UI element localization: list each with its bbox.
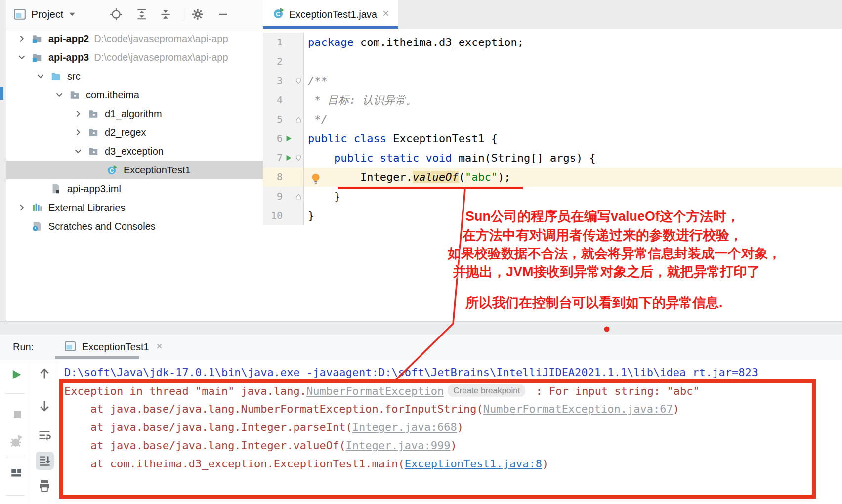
stacktrace-link[interactable]: NumberFormatException.java:67: [483, 403, 673, 415]
code-text[interactable]: */: [304, 110, 842, 129]
code-line-7[interactable]: 7 public static void main(String[] args)…: [263, 148, 842, 168]
line-number: 9: [263, 187, 283, 206]
run-panel: Run: ExceptionTest1 D:\soft\Java\jdk: [0, 335, 842, 504]
tree-row-api-app3-iml[interactable]: api-app3.iml: [6, 179, 263, 198]
tree-row-exceptiontest1[interactable]: CExceptionTest1: [6, 161, 263, 179]
ide-window: Project api-app2D:\code\javasepromax\api…: [0, 0, 842, 504]
gear-icon[interactable]: [191, 8, 204, 21]
chevron-down-icon[interactable]: [71, 146, 85, 157]
gutter: 8: [263, 168, 304, 187]
code-text[interactable]: [304, 52, 842, 71]
fold-marker-up[interactable]: [295, 193, 302, 200]
soft-wrap-button[interactable]: [38, 429, 51, 443]
code-segment: ): [542, 458, 548, 470]
code-text[interactable]: package com.itheima.d3_exception;: [304, 33, 842, 52]
console-line: at com.itheima.d3_exception.ExceptionTes…: [64, 455, 842, 473]
code-text[interactable]: }: [304, 206, 842, 225]
fold-marker-up[interactable]: [295, 116, 302, 123]
code-line-6[interactable]: 6public class ExceptionTest1 {: [263, 129, 842, 148]
run-panel-title: Run:: [13, 341, 34, 353]
chevron-right-icon[interactable]: [14, 202, 29, 213]
tree-row-d1-algorithm[interactable]: d1_algorithm: [6, 104, 263, 123]
tree-row-api-app2[interactable]: api-app2D:\code\javasepromax\api-app: [6, 29, 263, 48]
collapse-all-button[interactable]: [159, 8, 172, 21]
stacktrace-link[interactable]: Integer.java:668: [352, 421, 457, 433]
code-line-2[interactable]: 2: [263, 52, 842, 71]
run-dashboard-icon[interactable]: [10, 467, 23, 480]
editor-body[interactable]: 1package com.itheima.d3_exception;23/**4…: [263, 29, 842, 321]
chevron-down-icon[interactable]: [14, 52, 29, 63]
code-area[interactable]: 1package com.itheima.d3_exception;23/**4…: [263, 29, 842, 225]
code-segment: at java.base/java.lang.Integer.parseInt(: [64, 421, 352, 433]
close-icon[interactable]: [155, 342, 164, 352]
code-segment: main(String[] args) {: [459, 152, 596, 164]
scroll-to-end-button[interactable]: [36, 452, 54, 470]
toolwindow-stripe-accent: [0, 87, 3, 100]
code-segment: }: [308, 190, 340, 203]
tree-row-d2-regex[interactable]: d2_regex: [6, 123, 263, 142]
create-breakpoint-button[interactable]: Create breakpoint: [448, 384, 525, 397]
tab-label: ExceptionTest1.java: [289, 9, 377, 20]
up-stack-trace-button[interactable]: [38, 367, 51, 380]
code-segment: ): [457, 421, 463, 433]
hide-panel-button[interactable]: [217, 8, 229, 20]
code-line-10[interactable]: 10}: [263, 206, 842, 225]
run-line-icon[interactable]: [283, 134, 295, 143]
code-line-3[interactable]: 3/**: [263, 71, 842, 90]
code-line-5[interactable]: 5 */: [263, 110, 842, 129]
stacktrace-link[interactable]: NumberFormatException: [306, 385, 444, 397]
chevron-right-icon[interactable]: [71, 108, 85, 119]
scratches-icon: [29, 221, 45, 232]
module-folder-icon: [29, 33, 45, 44]
stacktrace-link[interactable]: Integer.java:999: [346, 439, 451, 452]
code-text[interactable]: Integer.valueOf("abc");: [304, 168, 842, 187]
rerun-button[interactable]: [10, 368, 24, 381]
fold-marker-down[interactable]: [295, 78, 302, 84]
tree-row-d3-exception[interactable]: d3_exception: [6, 142, 263, 161]
toolbar-divider: [183, 8, 183, 21]
project-tree: api-app2D:\code\javasepromax\api-appapi-…: [6, 29, 263, 236]
svg-text:C: C: [276, 10, 281, 18]
console-line: at java.base/java.lang.Integer.parseInt(…: [64, 418, 842, 436]
stop-button[interactable]: [11, 409, 23, 420]
fold-marker-down[interactable]: [295, 155, 302, 162]
gutter: 9: [263, 187, 304, 206]
down-stack-trace-button[interactable]: [38, 399, 51, 413]
code-text[interactable]: /**: [304, 71, 842, 90]
chevron-down-icon[interactable]: [33, 71, 48, 82]
tab-exceptiontest1-java[interactable]: C ExceptionTest1.java: [263, 0, 398, 29]
line-number: 5: [263, 110, 283, 129]
tree-row-scratches-and-consoles[interactable]: Scratches and Consoles: [6, 217, 263, 236]
code-line-1[interactable]: 1package com.itheima.d3_exception;: [263, 33, 842, 52]
code-text[interactable]: public class ExceptionTest1 {: [304, 129, 842, 148]
tree-row-external-libraries[interactable]: External Libraries: [6, 198, 263, 217]
toolbar-divider: [6, 495, 25, 496]
tree-row-src[interactable]: src: [6, 67, 263, 85]
close-icon[interactable]: [381, 9, 390, 20]
chevron-down-icon[interactable]: [67, 9, 77, 19]
run-line-icon[interactable]: [283, 154, 295, 162]
chevron-down-icon[interactable]: [52, 89, 67, 100]
chevron-right-icon[interactable]: [14, 33, 29, 44]
console-output[interactable]: D:\soft\Java\jdk-17.0.1\bin\java.exe -ja…: [59, 360, 842, 504]
code-text[interactable]: public static void main(String[] args) {: [304, 148, 842, 168]
console-line: at java.base/java.lang.NumberFormatExcep…: [64, 400, 842, 418]
code-line-9[interactable]: 9 }: [263, 187, 842, 206]
code-text[interactable]: }: [304, 187, 842, 206]
code-line-4[interactable]: 4 * 目标: 认识异常。: [263, 90, 842, 110]
code-line-8[interactable]: 8 Integer.valueOf("abc");: [263, 168, 842, 187]
code-text[interactable]: * 目标: 认识异常。: [304, 90, 842, 110]
module-folder-icon: [29, 52, 45, 63]
toolbar-divider: [6, 456, 25, 456]
chevron-right-icon[interactable]: [71, 127, 85, 138]
console-line: D:\soft\Java\jdk-17.0.1\bin\java.exe -ja…: [64, 363, 842, 381]
panel-splitter[interactable]: [0, 321, 842, 335]
expand-all-button[interactable]: [135, 8, 148, 21]
locate-file-button[interactable]: [110, 8, 123, 21]
stacktrace-link[interactable]: ExceptionTest1.java:8: [405, 458, 542, 470]
code-segment: );: [498, 171, 511, 183]
print-button[interactable]: [38, 479, 51, 493]
tree-row-api-app3[interactable]: api-app3D:\code\javasepromax\api-app: [6, 48, 263, 67]
restart-debug-icon[interactable]: [9, 434, 24, 449]
tree-row-com-itheima[interactable]: com.itheima: [6, 85, 263, 104]
